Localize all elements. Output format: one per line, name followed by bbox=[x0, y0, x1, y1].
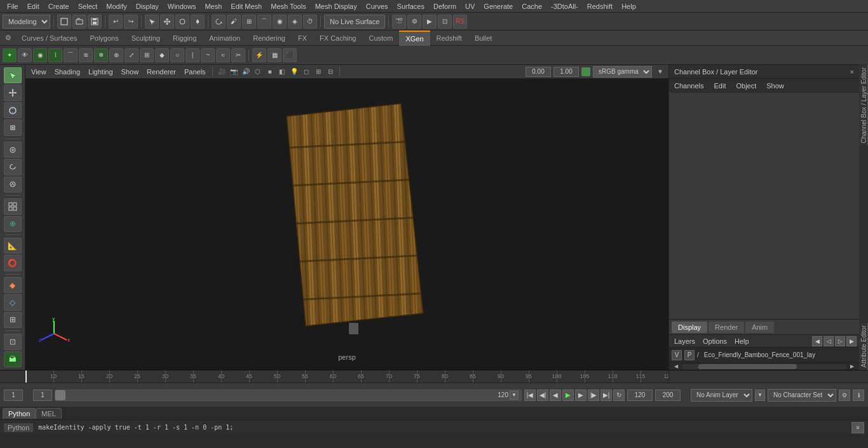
render-settings-btn[interactable]: ⚙ bbox=[407, 15, 421, 29]
anim-layer-arrow-icon[interactable]: ▼ bbox=[755, 390, 765, 401]
menu-mesh[interactable]: Mesh bbox=[200, 1, 226, 11]
scale-value-input[interactable] bbox=[553, 67, 579, 77]
menu-windows[interactable]: Windows bbox=[163, 1, 201, 11]
anim-layer-dropdown[interactable]: No Anim Layer bbox=[691, 389, 752, 402]
timeline[interactable]: 5101520253035404550556065707580859095100… bbox=[0, 370, 868, 383]
current-frame-left-input[interactable] bbox=[4, 390, 23, 401]
paint-sel-btn[interactable]: 🖌 bbox=[227, 15, 241, 29]
menu-mesh-display[interactable]: Mesh Display bbox=[311, 1, 362, 11]
move-tool[interactable] bbox=[4, 85, 22, 100]
menu-curves[interactable]: Curves bbox=[362, 1, 393, 11]
select-tool-btn[interactable] bbox=[145, 15, 159, 29]
layer-icon[interactable]: / bbox=[697, 351, 699, 358]
xgen-visibility-btn[interactable]: ◉ bbox=[33, 48, 47, 62]
menu-select[interactable]: Select bbox=[74, 1, 102, 11]
light-icon[interactable]: 💡 bbox=[288, 66, 300, 78]
layer-end-btn[interactable]: ▶ bbox=[846, 336, 857, 346]
menu-create[interactable]: Create bbox=[44, 1, 74, 11]
tab-sculpting[interactable]: Sculpting bbox=[125, 31, 166, 46]
mel-toggle-icon[interactable]: ≡ bbox=[851, 422, 864, 433]
prev-btn[interactable]: ◀ bbox=[550, 390, 561, 401]
render-tab[interactable]: Render bbox=[709, 322, 744, 333]
frame-range-handle[interactable] bbox=[55, 390, 65, 400]
save-btn[interactable] bbox=[88, 15, 102, 29]
scale-tool-btn[interactable] bbox=[191, 15, 205, 29]
lattice-tool[interactable]: ⊡ bbox=[4, 334, 22, 350]
character-set-settings-icon[interactable]: ⚙ bbox=[839, 390, 850, 401]
set-key-tool[interactable]: ◆ bbox=[4, 277, 22, 293]
tab-bullet[interactable]: Bullet bbox=[468, 31, 499, 46]
vp-menu-shading[interactable]: Shading bbox=[51, 68, 83, 76]
menu-redshift[interactable]: Redshift bbox=[583, 1, 617, 11]
sculpt-tool[interactable]: 🏔 bbox=[4, 351, 22, 367]
tab-custom[interactable]: Custom bbox=[363, 31, 400, 46]
lasso-btn[interactable] bbox=[212, 15, 226, 29]
display-tab[interactable]: Display bbox=[672, 322, 707, 333]
xgen-attr-btn[interactable]: ⚡ bbox=[252, 48, 266, 62]
xgen-freeze-btn[interactable]: ❄ bbox=[94, 48, 108, 62]
history-btn[interactable]: ⏱ bbox=[303, 15, 317, 29]
frame-end-btn[interactable]: ▼ bbox=[510, 391, 519, 400]
settings-gear-icon[interactable]: ⚙ bbox=[1, 31, 15, 45]
move-tool-btn[interactable] bbox=[160, 15, 174, 29]
vp-menu-panels[interactable]: Panels bbox=[181, 68, 209, 76]
menu-3dtool[interactable]: -3DtoAll- bbox=[546, 1, 583, 11]
vp-menu-view[interactable]: View bbox=[28, 68, 50, 76]
menu-edit-mesh[interactable]: Edit Mesh bbox=[226, 1, 266, 11]
vp-menu-show[interactable]: Show bbox=[118, 68, 142, 76]
menu-surfaces[interactable]: Surfaces bbox=[393, 1, 429, 11]
next-btn[interactable]: ▶ bbox=[575, 390, 587, 401]
channels-tab[interactable]: Channels bbox=[672, 81, 706, 91]
xgen-brush-btn[interactable]: ⌒ bbox=[64, 48, 78, 62]
tab-xgen[interactable]: XGen bbox=[399, 31, 430, 46]
channel-box-sidebar-label[interactable]: Channel Box / Layer Editor bbox=[859, 65, 868, 146]
channel-box-close-btn[interactable]: × bbox=[850, 68, 854, 76]
tab-redshift[interactable]: Redshift bbox=[430, 31, 468, 46]
scroll-track[interactable] bbox=[682, 364, 846, 369]
layer-visibility-btn[interactable]: V bbox=[672, 350, 682, 360]
layer-new-btn[interactable]: ◀ bbox=[812, 336, 822, 346]
loop-btn[interactable]: ↻ bbox=[613, 390, 625, 401]
mic-icon[interactable]: 🔊 bbox=[240, 66, 252, 78]
tab-rigging[interactable]: Rigging bbox=[166, 31, 203, 46]
color-space-arrow-icon[interactable]: ▼ bbox=[654, 66, 666, 78]
new-scene-btn[interactable] bbox=[57, 15, 71, 29]
smooth-icon[interactable]: ■ bbox=[264, 66, 276, 78]
play-btn[interactable]: ▶ bbox=[562, 390, 574, 401]
vp-menu-renderer[interactable]: Renderer bbox=[144, 68, 179, 76]
scale-tool[interactable] bbox=[4, 119, 22, 135]
hud-icon[interactable]: ⊟ bbox=[325, 66, 336, 78]
xgen-noise-btn[interactable]: ≈ bbox=[216, 48, 230, 62]
prev-frame-btn[interactable]: ◀| bbox=[537, 390, 548, 401]
snap-surface-btn[interactable]: ◈ bbox=[288, 15, 302, 29]
xgen-density-btn[interactable]: ⬛ bbox=[283, 48, 297, 62]
mode-dropdown[interactable]: Modeling bbox=[3, 15, 50, 29]
render-btn[interactable]: 🎬 bbox=[392, 15, 406, 29]
tab-rendering[interactable]: Rendering bbox=[247, 31, 292, 46]
snap-curve-btn[interactable]: ⌒ bbox=[257, 15, 271, 29]
cam2-icon[interactable]: 📷 bbox=[228, 66, 240, 78]
frame-range-slider[interactable]: 120 ▼ bbox=[55, 390, 522, 401]
ipr-btn[interactable]: ▶ bbox=[423, 15, 437, 29]
render-region-btn[interactable]: ⊡ bbox=[438, 15, 452, 29]
layers-options[interactable]: Options bbox=[700, 336, 729, 346]
xgen-region-btn[interactable]: ▦ bbox=[268, 48, 281, 62]
3d-canvas[interactable]: x y z persp bbox=[25, 79, 668, 370]
menu-deform[interactable]: Deform bbox=[429, 1, 461, 11]
texture-icon[interactable]: ◧ bbox=[276, 66, 288, 78]
paint-sel-tool[interactable] bbox=[4, 177, 22, 193]
cb-edit-tab[interactable]: Edit bbox=[711, 81, 728, 91]
tab-polygons[interactable]: Polygons bbox=[83, 31, 125, 46]
layer-scrollbar[interactable]: ◀ ▶ bbox=[669, 362, 859, 370]
menu-edit[interactable]: Edit bbox=[23, 1, 44, 11]
rotate-tool-btn[interactable] bbox=[175, 15, 189, 29]
xgen-relax-btn[interactable]: ○ bbox=[170, 48, 184, 62]
layer-prev-btn[interactable]: ◁ bbox=[824, 336, 834, 346]
menu-help[interactable]: Help bbox=[617, 1, 641, 11]
no-live-surface-btn[interactable]: No Live Surface bbox=[324, 15, 385, 29]
xgen-grab-btn[interactable]: ◆ bbox=[155, 48, 169, 62]
snap-grid-btn[interactable]: ⊞ bbox=[242, 15, 256, 29]
snap-point-btn[interactable]: ◉ bbox=[273, 15, 287, 29]
redo-btn[interactable]: ↪ bbox=[124, 15, 138, 29]
next-frame-btn[interactable]: |▶ bbox=[588, 390, 599, 401]
